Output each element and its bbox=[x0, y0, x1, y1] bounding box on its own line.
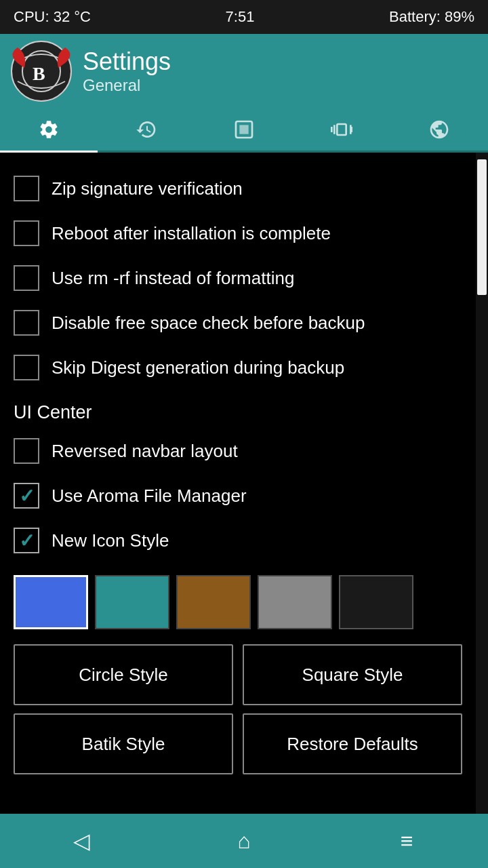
time-status: 7:51 bbox=[226, 8, 255, 26]
checkbox-reboot-after[interactable]: Reboot after installation is complete bbox=[14, 211, 462, 256]
checkbox-reboot-after-label: Reboot after installation is complete bbox=[52, 223, 331, 244]
tab-vibrate[interactable] bbox=[293, 108, 390, 151]
checkboxes-section: Zip signature verification Reboot after … bbox=[14, 166, 462, 390]
header: B Settings General bbox=[0, 34, 488, 108]
menu-button[interactable]: ≡ bbox=[325, 814, 488, 868]
color-swatches bbox=[14, 575, 462, 629]
style-buttons-row-1: Circle Style Square Style bbox=[14, 644, 462, 705]
back-button[interactable]: ◁ bbox=[0, 814, 163, 868]
checkbox-reversed-navbar[interactable]: Reversed navbar layout bbox=[14, 429, 462, 473]
color-swatch-blue[interactable] bbox=[14, 575, 88, 629]
app-logo: B bbox=[11, 41, 72, 102]
checkbox-zip-sig[interactable]: Zip signature verification bbox=[14, 166, 462, 211]
checkbox-reboot-after-box[interactable] bbox=[14, 220, 39, 246]
battery-status: Battery: 89% bbox=[389, 8, 474, 26]
checkbox-new-icon-style[interactable]: New Icon Style bbox=[14, 518, 462, 563]
color-swatch-brown[interactable] bbox=[176, 575, 251, 629]
checkbox-skip-digest[interactable]: Skip Digest generation during backup bbox=[14, 345, 462, 390]
ui-center-section: UI Center Reversed navbar layout Use Aro… bbox=[14, 390, 462, 563]
tab-language[interactable] bbox=[390, 108, 488, 151]
checkbox-disable-free-space-box[interactable] bbox=[14, 310, 39, 336]
checkbox-aroma-fm-box[interactable] bbox=[14, 483, 39, 509]
color-swatch-teal[interactable] bbox=[95, 575, 169, 629]
content-wrapper: Zip signature verification Reboot after … bbox=[0, 153, 488, 814]
checkbox-rm-rf-label: Use rm -rf instead of formatting bbox=[52, 268, 294, 289]
header-subtitle: General bbox=[83, 76, 171, 95]
checkbox-rm-rf-box[interactable] bbox=[14, 265, 39, 291]
checkbox-disable-free-space-label: Disable free space check before backup bbox=[52, 313, 365, 334]
color-swatch-black[interactable] bbox=[339, 575, 413, 629]
square-style-button[interactable]: Square Style bbox=[243, 644, 462, 705]
svg-text:B: B bbox=[33, 63, 45, 84]
checkbox-skip-digest-label: Skip Digest generation during backup bbox=[52, 357, 344, 378]
color-swatch-gray[interactable] bbox=[258, 575, 332, 629]
checkbox-rm-rf[interactable]: Use rm -rf instead of formatting bbox=[14, 256, 462, 300]
tab-bar bbox=[0, 108, 488, 153]
ui-center-label: UI Center bbox=[14, 390, 462, 429]
tab-history[interactable] bbox=[98, 108, 195, 151]
home-icon: ⌂ bbox=[237, 829, 250, 854]
scrollbar[interactable] bbox=[476, 153, 488, 814]
tab-settings[interactable] bbox=[0, 108, 98, 151]
scrollbar-thumb[interactable] bbox=[477, 159, 487, 295]
status-bar: CPU: 32 °C 7:51 Battery: 89% bbox=[0, 0, 488, 34]
restore-defaults-button[interactable]: Restore Defaults bbox=[243, 713, 462, 774]
checkbox-skip-digest-box[interactable] bbox=[14, 355, 39, 380]
checkbox-aroma-fm-label: Use Aroma File Manager bbox=[52, 486, 247, 507]
style-buttons-row-2: Batik Style Restore Defaults bbox=[14, 713, 462, 774]
checkbox-reversed-navbar-box[interactable] bbox=[14, 438, 39, 464]
main-content: Zip signature verification Reboot after … bbox=[0, 153, 476, 814]
tab-brightness[interactable] bbox=[195, 108, 293, 151]
bottom-nav: ◁ ⌂ ≡ bbox=[0, 814, 488, 868]
checkbox-new-icon-style-box[interactable] bbox=[14, 528, 39, 553]
header-title: Settings bbox=[83, 47, 171, 76]
svg-rect-4 bbox=[239, 125, 248, 134]
back-icon: ◁ bbox=[73, 828, 90, 854]
checkbox-disable-free-space[interactable]: Disable free space check before backup bbox=[14, 300, 462, 345]
header-text: Settings General bbox=[83, 47, 171, 95]
cpu-status: CPU: 32 °C bbox=[14, 8, 91, 26]
checkbox-reversed-navbar-label: Reversed navbar layout bbox=[52, 441, 238, 462]
checkbox-aroma-fm[interactable]: Use Aroma File Manager bbox=[14, 473, 462, 518]
checkbox-new-icon-style-label: New Icon Style bbox=[52, 530, 169, 551]
batik-style-button[interactable]: Batik Style bbox=[14, 713, 233, 774]
menu-icon: ≡ bbox=[401, 829, 413, 854]
checkbox-zip-sig-label: Zip signature verification bbox=[52, 178, 243, 199]
circle-style-button[interactable]: Circle Style bbox=[14, 644, 233, 705]
style-buttons-section: Circle Style Square Style Batik Style Re… bbox=[14, 644, 462, 774]
home-button[interactable]: ⌂ bbox=[163, 814, 325, 868]
checkbox-zip-sig-box[interactable] bbox=[14, 176, 39, 201]
